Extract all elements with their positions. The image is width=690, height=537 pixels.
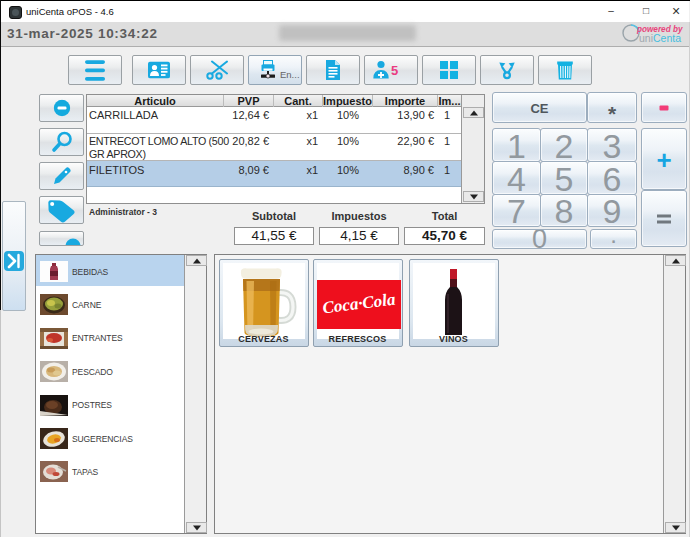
svg-text:uniCenta: uniCenta — [639, 32, 681, 44]
